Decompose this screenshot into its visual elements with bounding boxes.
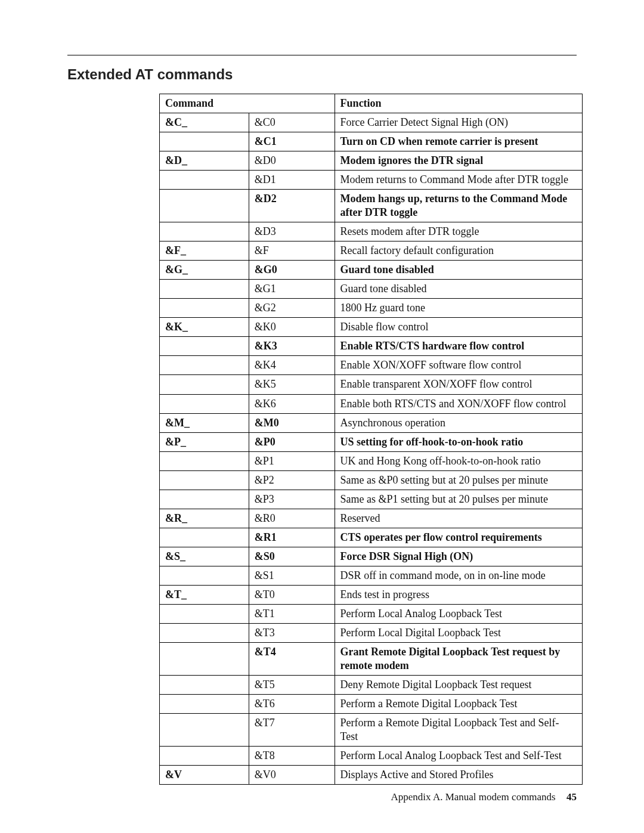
command-cell: &K4 <box>249 356 335 375</box>
table-row: &V&V0Displays Active and Stored Profiles <box>160 766 583 785</box>
command-group-cell: &M_ <box>160 413 249 432</box>
command-group-cell <box>160 566 249 585</box>
command-group-cell <box>160 280 249 299</box>
command-group-cell <box>160 451 249 470</box>
table-row: &R_&R0Reserved <box>160 509 583 528</box>
function-cell: Same as &P1 setting but at 20 pulses per… <box>335 490 582 509</box>
table-row: &D_&D0Modem ignores the DTR signal <box>160 151 583 171</box>
function-cell: Perform a Remote Digital Loopback Test <box>335 695 582 714</box>
function-cell: Enable XON/XOFF software flow control <box>335 356 582 375</box>
table-row: &G_&G0Guard tone disabled <box>160 261 583 280</box>
command-cell: &D0 <box>249 151 335 171</box>
commands-table: Command Function &C_&C0Force Carrier Det… <box>159 94 583 785</box>
function-cell: Perform Local Analog Loopback Test and S… <box>335 747 582 766</box>
command-group-cell: &S_ <box>160 547 249 566</box>
table-row: &P3Same as &P1 setting but at 20 pulses … <box>160 490 583 509</box>
table-row: &K_&K0Disable flow control <box>160 318 583 337</box>
command-group-cell <box>160 675 249 694</box>
command-cell: &C0 <box>249 113 335 132</box>
function-cell: Perform a Remote Digital Loopback Test a… <box>335 714 582 747</box>
table-row: &S_&S0Force DSR Signal High (ON) <box>160 547 583 566</box>
command-group-cell <box>160 714 249 747</box>
table-row: &T6Perform a Remote Digital Loopback Tes… <box>160 695 583 714</box>
table-row: &D1Modem returns to Command Mode after D… <box>160 171 583 190</box>
command-cell: &R0 <box>249 509 335 528</box>
table-row: &T8Perform Local Analog Loopback Test an… <box>160 747 583 766</box>
command-group-cell: &P_ <box>160 432 249 451</box>
command-cell: &T4 <box>249 642 335 675</box>
header-command: Command <box>160 94 335 113</box>
function-cell: Perform Local Analog Loopback Test <box>335 604 582 623</box>
command-cell: &F <box>249 241 335 261</box>
command-group-cell: &G_ <box>160 261 249 280</box>
table-row: &T4Grant Remote Digital Loopback Test re… <box>160 642 583 675</box>
function-cell: Ends test in progress <box>335 585 582 604</box>
function-cell: Resets modem after DTR toggle <box>335 222 582 241</box>
function-cell: Enable RTS/CTS hardware flow control <box>335 337 582 356</box>
function-cell: CTS operates per flow control requiremen… <box>335 528 582 547</box>
table-row: &M_&M0Asynchronous operation <box>160 413 583 432</box>
command-group-cell <box>160 394 249 413</box>
function-cell: DSR off in command mode, on in on-line m… <box>335 566 582 585</box>
function-cell: Same as &P0 setting but at 20 pulses per… <box>335 470 582 490</box>
command-cell: &M0 <box>249 413 335 432</box>
table-row: &G1Guard tone disabled <box>160 280 583 299</box>
table-row: &T3Perform Local Digital Loopback Test <box>160 623 583 642</box>
command-group-cell <box>160 528 249 547</box>
table-row: &C1Turn on CD when remote carrier is pre… <box>160 132 583 151</box>
command-group-cell: &T_ <box>160 585 249 604</box>
command-group-cell: &K_ <box>160 318 249 337</box>
table-header-row: Command Function <box>160 94 583 113</box>
function-cell: Perform Local Digital Loopback Test <box>335 623 582 642</box>
command-group-cell <box>160 623 249 642</box>
command-cell: &T0 <box>249 585 335 604</box>
command-cell: &T6 <box>249 695 335 714</box>
header-function: Function <box>335 94 582 113</box>
command-group-cell <box>160 747 249 766</box>
command-group-cell <box>160 356 249 375</box>
command-group-cell <box>160 695 249 714</box>
command-group-cell <box>160 470 249 490</box>
command-group-cell <box>160 132 249 151</box>
command-cell: &S0 <box>249 547 335 566</box>
command-cell: &S1 <box>249 566 335 585</box>
command-group-cell <box>160 490 249 509</box>
page-footer: Appendix A. Manual modem commands 45 <box>391 791 577 803</box>
function-cell: Deny Remote Digital Loopback Test reques… <box>335 675 582 694</box>
function-cell: Modem hangs up, returns to the Command M… <box>335 190 582 222</box>
function-cell: Modem returns to Command Mode after DTR … <box>335 171 582 190</box>
function-cell: Asynchronous operation <box>335 413 582 432</box>
command-group-cell <box>160 375 249 394</box>
table-row: &P1UK and Hong Kong off-hook-to-on-hook … <box>160 451 583 470</box>
function-cell: Enable both RTS/CTS and XON/XOFF flow co… <box>335 394 582 413</box>
section-title: Extended AT commands <box>67 66 577 83</box>
function-cell: Disable flow control <box>335 318 582 337</box>
command-group-cell: &D_ <box>160 151 249 171</box>
command-group-cell <box>160 642 249 675</box>
command-group-cell: &C_ <box>160 113 249 132</box>
command-cell: &K6 <box>249 394 335 413</box>
table-row: &K3Enable RTS/CTS hardware flow control <box>160 337 583 356</box>
command-cell: &P1 <box>249 451 335 470</box>
horizontal-rule <box>67 55 577 55</box>
function-cell: Force DSR Signal High (ON) <box>335 547 582 566</box>
table-row: &K5Enable transparent XON/XOFF flow cont… <box>160 375 583 394</box>
command-cell: &C1 <box>249 132 335 151</box>
command-cell: &P0 <box>249 432 335 451</box>
command-cell: &P2 <box>249 470 335 490</box>
function-cell: Guard tone disabled <box>335 280 582 299</box>
command-cell: &K5 <box>249 375 335 394</box>
table-row: &P_&P0US setting for off-hook-to-on-hook… <box>160 432 583 451</box>
command-group-cell: &V <box>160 766 249 785</box>
command-cell: &T3 <box>249 623 335 642</box>
page-number: 45 <box>566 791 577 803</box>
function-cell: Displays Active and Stored Profiles <box>335 766 582 785</box>
function-cell: 1800 Hz guard tone <box>335 299 582 318</box>
command-group-cell: &R_ <box>160 509 249 528</box>
table-row: &T_&T0Ends test in progress <box>160 585 583 604</box>
command-cell: &R1 <box>249 528 335 547</box>
command-cell: &T5 <box>249 675 335 694</box>
function-cell: Recall factory default configuration <box>335 241 582 261</box>
table-row: &S1DSR off in command mode, on in on-lin… <box>160 566 583 585</box>
command-cell: &G1 <box>249 280 335 299</box>
